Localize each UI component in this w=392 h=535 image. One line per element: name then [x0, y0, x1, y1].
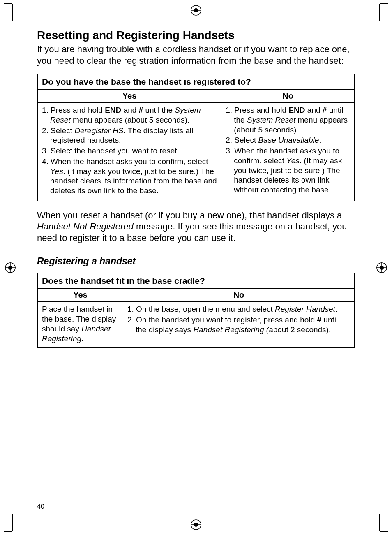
table1-no-steps: 1. Press and hold END and # until the Sy… — [226, 105, 350, 195]
list-item: 3. Select the handset you want to reset. — [50, 146, 217, 156]
list-item: 4. When the handset asks you to confirm,… — [50, 157, 217, 196]
registration-mark-icon — [191, 519, 201, 530]
crop-mark — [12, 514, 13, 531]
registration-mark-icon — [5, 262, 16, 273]
registering-subhead: Registering a handset — [37, 256, 355, 267]
intro-paragraph: If you are having trouble with a cordles… — [37, 44, 355, 66]
list-item: 1. Press and hold END and # until the Sy… — [234, 105, 350, 134]
table2-question: Does the handset fit in the base cradle? — [37, 273, 355, 289]
table2-no-cell: 1. On the base, open the menu and select… — [123, 302, 355, 348]
crop-mark — [379, 4, 380, 21]
crop-mark — [25, 514, 25, 531]
table1-yes-cell: 1. Press and hold END and # until the Sy… — [37, 103, 221, 201]
table2-no-header: No — [123, 289, 355, 302]
registration-mark-icon — [376, 262, 387, 273]
section-title: Resetting and Registering Handsets — [37, 29, 355, 42]
crop-mark — [379, 514, 380, 531]
list-item: 1. Press and hold END and # until the Sy… — [50, 105, 217, 125]
list-item: 2. Select Base Unavailable. — [234, 135, 350, 145]
table1-no-cell: 1. Press and hold END and # until the Sy… — [221, 103, 355, 201]
crop-mark — [367, 4, 367, 21]
table1-yes-steps: 1. Press and hold END and # until the Sy… — [42, 105, 217, 196]
table2-yes-header: Yes — [37, 289, 123, 302]
table1-yes-header: Yes — [37, 90, 221, 103]
table2-no-steps: 1. On the base, open the menu and select… — [127, 304, 350, 334]
list-item: 1. On the base, open the menu and select… — [136, 304, 350, 314]
reset-table: Do you have the base the handset is regi… — [37, 74, 355, 201]
crop-mark — [367, 514, 367, 531]
crop-mark — [4, 3, 12, 4]
list-item: 2. Select Deregister HS. The display lis… — [50, 126, 217, 146]
crop-mark — [380, 531, 388, 532]
list-item: 2. On the handset you want to register, … — [136, 315, 350, 335]
table1-no-header: No — [221, 90, 355, 103]
mid-paragraph: When you reset a handset (or if you buy … — [37, 210, 355, 244]
crop-mark — [4, 531, 12, 532]
table1-question: Do you have the base the handset is regi… — [37, 74, 355, 90]
crop-mark — [25, 4, 25, 21]
register-table: Does the handset fit in the base cradle?… — [37, 273, 355, 348]
registration-mark-icon — [191, 5, 201, 16]
crop-mark — [380, 3, 388, 4]
table2-yes-cell: Place the handset in the base. The displ… — [37, 302, 123, 348]
crop-mark — [12, 4, 13, 21]
page-number: 40 — [37, 503, 44, 510]
list-item: 3. When the handset asks you to confirm,… — [234, 146, 350, 195]
